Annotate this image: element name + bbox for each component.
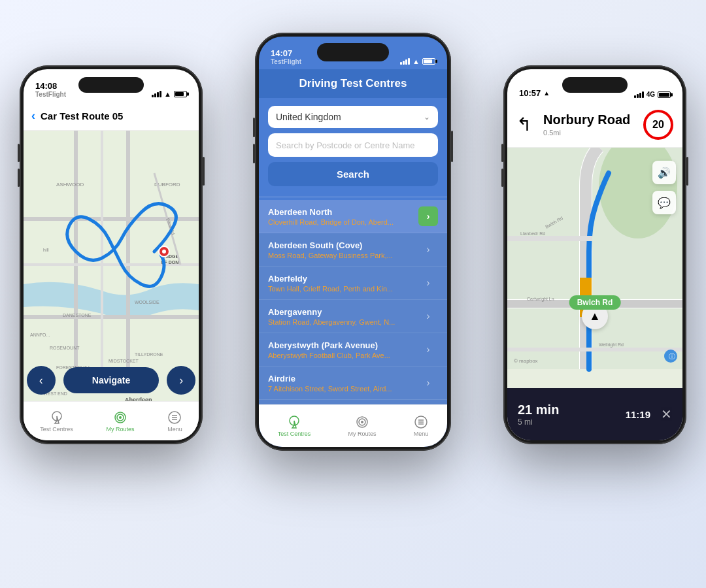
center-content: United Kingdom ⌄ Search by Postcode or C… xyxy=(259,98,447,404)
nav-my-routes-left[interactable]: My Routes xyxy=(106,410,134,433)
centre-address-0: Cloverhill Road, Bridge of Don, Aberd... xyxy=(268,218,418,226)
divider xyxy=(259,197,447,197)
centre-info-4: Aberystwyth (Park Avenue) Aberystwyth Fo… xyxy=(268,340,418,359)
centre-item-1[interactable]: Aberdeen South (Cove) Moss Road, Gateway… xyxy=(259,233,447,267)
centre-arrow-4: › xyxy=(418,340,438,359)
centre-item-5[interactable]: Airdrie 7 Aitchison Street, Sword Street… xyxy=(259,367,447,400)
message-btn[interactable]: 💬 xyxy=(652,191,676,214)
power-btn-center[interactable] xyxy=(451,131,453,162)
search-button[interactable]: Search xyxy=(268,162,438,186)
centre-item-2[interactable]: Aberfeldy Town Hall, Crieff Road, Perth … xyxy=(259,267,447,300)
left-header: ‹ Car Test Route 05 xyxy=(24,102,199,131)
centre-info-2: Aberfeldy Town Hall, Crieff Road, Perth … xyxy=(268,274,418,293)
battery-center xyxy=(422,58,435,65)
my-routes-icon-left xyxy=(113,410,127,425)
navigate-controls: ‹ Navigate › xyxy=(24,366,199,395)
centre-list: Aberdeen North Cloverhill Road, Bridge o… xyxy=(259,200,447,404)
location-icon-right: ▲ xyxy=(543,90,550,97)
centre-arrow-1: › xyxy=(418,240,438,259)
search-section: United Kingdom ⌄ Search by Postcode or C… xyxy=(259,98,447,194)
country-dropdown[interactable]: United Kingdom ⌄ xyxy=(268,106,438,128)
country-text: United Kingdom xyxy=(276,112,341,122)
arrival-time: 11:19 xyxy=(626,409,650,420)
eta-dist: 5 mi xyxy=(518,417,626,427)
right-phone: 10:57 ▲ 4G ↰ Norbury Road 0.5mi xyxy=(503,65,686,444)
status-app-center: TestFlight xyxy=(271,58,301,65)
svg-point-38 xyxy=(361,421,363,423)
wifi-icon-left: ▲ xyxy=(164,90,171,98)
dynamic-island-right xyxy=(562,77,628,93)
search-placeholder: Search by Postcode or Centre Name xyxy=(276,140,414,150)
centre-item-4[interactable]: Aberystwyth (Park Avenue) Aberystwyth Fo… xyxy=(259,333,447,367)
speed-limit-sign: 20 xyxy=(643,110,673,140)
left-page-title: Car Test Route 05 xyxy=(41,110,123,122)
centre-arrow-selected[interactable]: › xyxy=(418,206,438,226)
bottom-nav-center: Test Centres My Routes Menu xyxy=(259,404,447,447)
back-button-left[interactable]: ‹ xyxy=(31,109,35,123)
status-time-left: 14:08 xyxy=(35,81,57,91)
svg-text:MIDSTOCKET: MIDSTOCKET xyxy=(109,359,139,363)
centre-arrow-2: › xyxy=(418,273,438,293)
centre-info-0: Aberdeen North Cloverhill Road, Bridge o… xyxy=(268,207,418,226)
battery-left xyxy=(174,91,187,97)
centre-name-2: Aberfeldy xyxy=(268,274,418,284)
center-phone: 14:07 TestFlight ▲ Driving Test Centres xyxy=(255,33,451,451)
svg-text:WOOLSIDE: WOOLSIDE xyxy=(135,300,160,304)
centre-info-5: Airdrie 7 Aitchison Street, Sword Street… xyxy=(268,374,418,393)
centre-info-3: Abergavenny Station Road, Abergavenny, G… xyxy=(268,307,418,326)
nav-test-centres-center[interactable]: Test Centres xyxy=(278,415,311,437)
centre-info-1: Aberdeen South (Cove) Moss Road, Gateway… xyxy=(268,240,418,259)
signal-left xyxy=(152,91,161,97)
volume-down-btn-right[interactable] xyxy=(501,169,503,187)
nav-menu-center[interactable]: Menu xyxy=(414,415,429,437)
sound-icon: 🔊 xyxy=(658,167,671,179)
navigate-button[interactable]: Navigate xyxy=(63,367,159,393)
svg-text:Aberdeen: Aberdeen xyxy=(125,397,152,401)
volume-up-btn-right[interactable] xyxy=(501,144,503,162)
road-name-display: Norbury Road xyxy=(543,112,630,127)
power-btn[interactable] xyxy=(203,157,205,186)
nav-label-test-centres-center: Test Centres xyxy=(278,431,311,437)
search-input-box[interactable]: Search by Postcode or Centre Name xyxy=(268,133,438,157)
centre-item-0[interactable]: Aberdeen North Cloverhill Road, Bridge o… xyxy=(259,200,447,233)
center-title: Driving Test Centres xyxy=(299,77,407,90)
centre-name-3: Abergavenny xyxy=(268,307,418,317)
test-centres-icon-center xyxy=(287,415,301,429)
centre-address-3: Station Road, Abergavenny, Gwent, N... xyxy=(268,318,418,326)
speed-limit-value: 20 xyxy=(652,119,664,131)
eta-time: 21 min xyxy=(518,402,626,417)
volume-up-btn-center[interactable] xyxy=(253,118,255,137)
wifi-icon-center: ▲ xyxy=(412,57,420,65)
prev-route-btn[interactable]: ‹ xyxy=(27,366,56,395)
nav-label-menu-left: Menu xyxy=(167,426,182,433)
volume-up-btn[interactable] xyxy=(18,144,20,162)
power-btn-right[interactable] xyxy=(686,157,688,186)
nav-test-centres-left[interactable]: Test Centres xyxy=(40,410,73,433)
centre-item-3[interactable]: Abergavenny Station Road, Abergavenny, G… xyxy=(259,300,447,333)
centre-name-5: Airdrie xyxy=(268,374,418,384)
sound-toggle-btn[interactable]: 🔊 xyxy=(652,161,676,184)
svg-text:ROSEMOUNT: ROSEMOUNT xyxy=(50,346,80,350)
volume-down-btn[interactable] xyxy=(18,169,20,187)
next-route-btn[interactable]: › xyxy=(167,366,195,395)
nav-header-right: ↰ Norbury Road 0.5mi 20 xyxy=(507,102,682,148)
svg-point-44 xyxy=(599,134,677,238)
battery-right xyxy=(658,91,671,98)
nav-label-my-routes-center: My Routes xyxy=(348,431,377,437)
nav-my-routes-center[interactable]: My Routes xyxy=(348,415,377,437)
next-icon: › xyxy=(179,374,183,387)
svg-text:hill: hill xyxy=(43,248,49,252)
dynamic-island-left xyxy=(78,77,144,93)
svg-point-26 xyxy=(162,250,166,253)
centre-arrow-3: › xyxy=(418,306,438,326)
svg-text:ⓘ: ⓘ xyxy=(669,353,675,360)
svg-text:ANNFO...: ANNFO... xyxy=(30,333,50,337)
bottom-nav-left: Test Centres My Routes Menu xyxy=(24,401,199,440)
centre-name-1: Aberdeen South (Cove) xyxy=(268,240,418,250)
close-navigation-btn[interactable]: ✕ xyxy=(661,406,672,422)
nav-menu-left[interactable]: Menu xyxy=(167,410,182,433)
centre-item-6[interactable]: Alness › xyxy=(259,400,447,404)
status-app-left: TestFlight xyxy=(35,91,66,98)
volume-down-btn-center[interactable] xyxy=(253,144,255,163)
svg-text:TILLYDRONE: TILLYDRONE xyxy=(135,352,163,357)
